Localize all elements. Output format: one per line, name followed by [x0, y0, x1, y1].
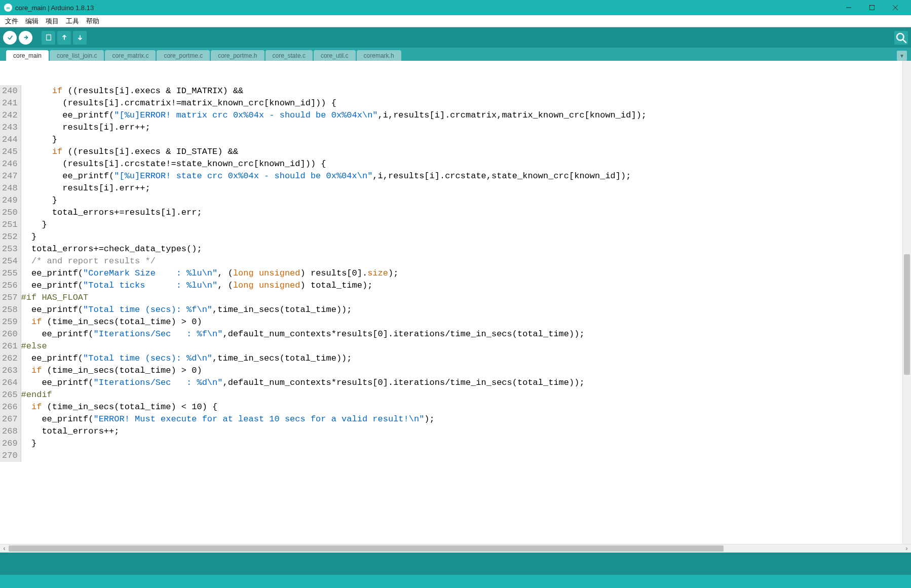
arduino-logo-icon: [4, 4, 12, 12]
menubar: 文件 编辑 项目 工具 帮助: [0, 15, 911, 27]
tab-menu-button[interactable]: ▾: [897, 51, 907, 61]
tab-core-portme-h[interactable]: core_portme.h: [211, 50, 264, 61]
open-sketch-button[interactable]: [57, 31, 71, 45]
chevron-left-icon: ‹: [4, 545, 6, 552]
menu-tools[interactable]: 工具: [63, 16, 82, 27]
line-gutter: 2402412422432442452462472482492502512522…: [0, 85, 21, 462]
svg-line-6: [903, 39, 906, 43]
chevron-down-icon: ▾: [900, 52, 903, 59]
menu-project[interactable]: 项目: [43, 16, 62, 27]
status-bar: [0, 553, 911, 575]
window-controls: [837, 0, 907, 15]
magnifier-icon: [894, 31, 908, 45]
new-sketch-button[interactable]: [42, 31, 55, 45]
save-sketch-button[interactable]: [73, 31, 87, 45]
scroll-right-button[interactable]: ›: [902, 544, 911, 553]
arrow-right-icon: [22, 34, 29, 41]
close-button[interactable]: [884, 0, 907, 15]
arrow-up-icon: [61, 34, 68, 41]
svg-rect-1: [870, 6, 875, 10]
tab-core-main[interactable]: core_main: [6, 50, 49, 61]
tab-coremark-h[interactable]: coremark.h: [357, 50, 401, 61]
code-editor[interactable]: 2402412422432442452462472482492502512522…: [0, 61, 902, 544]
svg-rect-4: [46, 35, 51, 41]
svg-point-5: [897, 33, 904, 41]
vertical-scrollbar[interactable]: [902, 61, 911, 544]
arrow-down-icon: [77, 34, 84, 41]
close-icon: [893, 5, 898, 10]
maximize-button[interactable]: [860, 0, 884, 15]
toolbar: [0, 27, 911, 48]
tab-bar: core_maincore_list_join.ccore_matrix.cco…: [0, 48, 911, 61]
tab-core-matrix-c[interactable]: core_matrix.c: [105, 50, 156, 61]
vertical-scroll-thumb[interactable]: [904, 254, 910, 375]
check-icon: [7, 34, 14, 41]
minimize-button[interactable]: [837, 0, 860, 15]
menu-edit[interactable]: 编辑: [22, 16, 42, 27]
minimize-icon: [846, 5, 851, 10]
editor-area: 2402412422432442452462472482492502512522…: [0, 61, 911, 544]
code-content[interactable]: if ((results[i].execs & ID_MATRIX) && (r…: [21, 85, 902, 462]
file-icon: [45, 34, 52, 41]
tab-core-list-join-c[interactable]: core_list_join.c: [50, 50, 104, 61]
upload-button[interactable]: [19, 31, 32, 45]
maximize-icon: [869, 5, 875, 10]
titlebar: core_main | Arduino 1.8.13: [0, 0, 911, 15]
verify-button[interactable]: [3, 31, 17, 45]
tab-core-state-c[interactable]: core_state.c: [265, 50, 313, 61]
tab-core-portme-c[interactable]: core_portme.c: [157, 50, 210, 61]
scroll-left-button[interactable]: ‹: [0, 544, 9, 553]
menu-file[interactable]: 文件: [2, 16, 21, 27]
bottom-bar: [0, 575, 911, 588]
tab-core-util-c[interactable]: core_util.c: [314, 50, 356, 61]
window-title: core_main | Arduino 1.8.13: [15, 4, 94, 12]
horizontal-scroll-thumb[interactable]: [9, 545, 724, 552]
menu-help[interactable]: 帮助: [83, 16, 102, 27]
horizontal-scrollbar[interactable]: ‹ ›: [0, 544, 911, 553]
chevron-right-icon: ›: [906, 545, 908, 552]
horizontal-scroll-track[interactable]: [9, 544, 902, 553]
serial-monitor-button[interactable]: [894, 31, 908, 45]
